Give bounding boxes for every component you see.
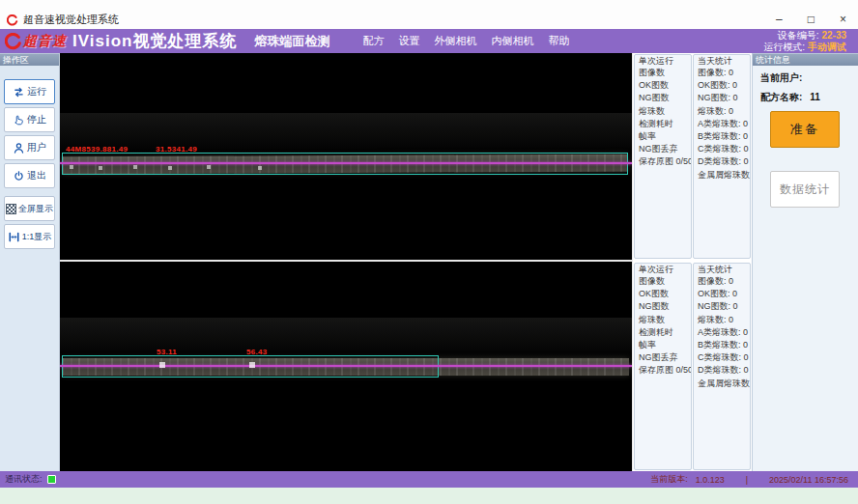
scan-line: [60, 162, 632, 164]
strip-marker: [70, 165, 73, 169]
exit-button[interactable]: 退出: [4, 163, 55, 188]
stat-row: 图像数: [639, 275, 688, 288]
app-subtitle: 熔珠端面检测: [254, 33, 329, 50]
power-icon: [13, 170, 25, 182]
inner-camera-viewport[interactable]: 53.11 56.43: [60, 262, 632, 471]
measurement-label: 53.11: [157, 348, 177, 356]
measurement-label: 44M8539.881.49: [66, 145, 128, 154]
stat-row: NG图数: 0: [698, 300, 747, 313]
comm-status-label: 通讯状态:: [5, 473, 43, 486]
recipe-name-label: 配方名称:: [760, 92, 802, 102]
stat-row: NG图数: [639, 300, 688, 313]
strip-marker: [159, 362, 165, 368]
today-stats-group: 当天统计 图像数: 0OK图数: 0NG图数: 0熔珠数: 0A类熔珠数: 0B…: [693, 54, 751, 259]
stat-row: 保存原图 0/500: [639, 155, 688, 168]
status-bar: 通讯状态: 当前版本: 1.0.123 | 2025/02/11 16:57:5…: [0, 471, 858, 488]
sidebar-title: 操作区: [0, 53, 59, 66]
stat-row: B类熔珠数: 0: [698, 339, 747, 351]
stat-row: B类熔珠数: 0: [698, 130, 747, 143]
stat-row: C类熔珠数: 0: [698, 351, 747, 364]
stat-row: A类熔珠数: 0: [698, 326, 747, 339]
stat-row: 帧率: [639, 130, 688, 143]
strip-marker: [249, 362, 255, 368]
stat-row: 熔珠数: 0: [698, 314, 747, 326]
stat-row: 熔珠数: [639, 105, 688, 118]
single-run-title: 单次运行: [638, 265, 674, 274]
os-titlebar: 超音速视觉处理系统 – □ ×: [0, 0, 858, 29]
stat-row: 保存原图 0/500: [639, 364, 688, 377]
menu-item[interactable]: 内侧相机: [491, 34, 533, 48]
run-loop-icon: [13, 86, 25, 98]
device-info: 设备编号:22-33 运行模式:手动调试: [763, 30, 846, 53]
single-run-title: 单次运行: [638, 56, 674, 66]
version-value: 1.0.123: [696, 475, 725, 485]
stat-row: 检测耗时: [639, 326, 688, 339]
stat-row: OK图数: [639, 79, 688, 92]
close-button[interactable]: ×: [840, 13, 846, 26]
strip-marker: [133, 165, 137, 169]
today-stats-title: 当天统计: [697, 56, 733, 66]
device-number-value: 22-33: [821, 30, 846, 41]
brand-logo: 超音速: [5, 33, 67, 50]
strip-marker: [99, 166, 102, 170]
outer-camera-viewport[interactable]: 44M8539.881.49 31.5341.49: [60, 53, 632, 260]
strip-marker: [168, 166, 172, 170]
info-panel-title: 统计信息: [753, 53, 858, 66]
minimize-button[interactable]: –: [776, 13, 783, 26]
stat-row: 金属屑熔珠数: 0: [698, 169, 747, 182]
stat-row: D类熔珠数: 0: [698, 155, 747, 168]
fullscreen-grid-icon: [6, 204, 16, 214]
measurement-label: 56.43: [246, 348, 268, 356]
stat-row: NG图丢弃: [639, 143, 688, 155]
stop-button[interactable]: 停止: [4, 107, 55, 132]
stat-row: 图像数: 0: [698, 275, 747, 288]
strip-marker: [207, 165, 211, 169]
data-statistics-button[interactable]: 数据统计: [770, 171, 840, 208]
menu-item[interactable]: 帮助: [548, 34, 569, 48]
app-header: 超音速 IVision视觉处理系统 熔珠端面检测 配方设置外侧相机内侧相机帮助 …: [0, 29, 858, 53]
app-logo-icon: [7, 14, 18, 26]
single-run-group: 单次运行 图像数OK图数NG图数熔珠数检测耗时帧率NG图丢弃保存原图 0/500: [634, 54, 692, 259]
stats-section-inner: 单次运行 图像数OK图数NG图数熔珠数检测耗时帧率NG图丢弃保存原图 0/500…: [633, 262, 752, 471]
maximize-button[interactable]: □: [808, 13, 815, 26]
stat-row: NG图丢弃: [639, 351, 688, 364]
stat-row: A类熔珠数: 0: [698, 118, 747, 130]
stat-row: NG图数: 0: [698, 92, 747, 104]
stat-row: OK图数: 0: [698, 288, 747, 300]
stop-hand-icon: [13, 114, 25, 126]
strip-marker: [258, 166, 262, 170]
info-panel: 统计信息 当前用户: 配方名称:11 准备 数据统计: [752, 53, 858, 471]
menu-item[interactable]: 外侧相机: [434, 34, 476, 48]
stop-button-label: 停止: [27, 113, 46, 126]
user-button-label: 用户: [27, 141, 46, 154]
menu-item[interactable]: 配方: [362, 34, 384, 48]
menu-item[interactable]: 设置: [398, 34, 419, 48]
image-haze: [60, 113, 632, 157]
prepare-button[interactable]: 准备: [770, 111, 840, 148]
single-run-group: 单次运行 图像数OK图数NG图数熔珠数检测耗时帧率NG图丢弃保存原图 0/500: [634, 263, 692, 470]
stat-row: C类熔珠数: 0: [698, 143, 747, 155]
stat-row: 图像数: [639, 67, 688, 79]
brand-swirl-icon: [5, 33, 22, 50]
stat-row: 帧率: [639, 339, 688, 351]
brand-name: 超音速: [23, 33, 67, 50]
current-user-label: 当前用户:: [760, 72, 802, 83]
operation-sidebar: 操作区 运行 停止 用户 退出 全屏显示: [0, 53, 60, 471]
one-to-one-icon: [8, 231, 20, 243]
device-number-label: 设备编号:: [778, 30, 819, 41]
menu-bar: 配方设置外侧相机内侧相机帮助: [362, 34, 569, 48]
user-button[interactable]: 用户: [4, 135, 55, 160]
user-icon: [13, 142, 25, 154]
fullscreen-button[interactable]: 全屏显示: [4, 196, 55, 221]
today-stats-group: 当天统计 图像数: 0OK图数: 0NG图数: 0熔珠数: 0A类熔珠数: 0B…: [693, 263, 751, 470]
one-to-one-button[interactable]: 1:1显示: [4, 224, 55, 249]
main-area: 操作区 运行 停止 用户 退出 全屏显示: [0, 53, 858, 471]
comm-status-led: [47, 475, 56, 484]
statistics-column: 单次运行 图像数OK图数NG图数熔珠数检测耗时帧率NG图丢弃保存原图 0/500…: [633, 53, 752, 471]
recipe-name-value: 11: [810, 92, 820, 102]
run-mode-label: 运行模式:: [763, 42, 805, 52]
stat-row: 检测耗时: [639, 118, 688, 130]
run-button[interactable]: 运行: [4, 79, 55, 104]
stat-row: OK图数: [639, 288, 688, 300]
run-mode-value: 手动调试: [808, 42, 846, 52]
